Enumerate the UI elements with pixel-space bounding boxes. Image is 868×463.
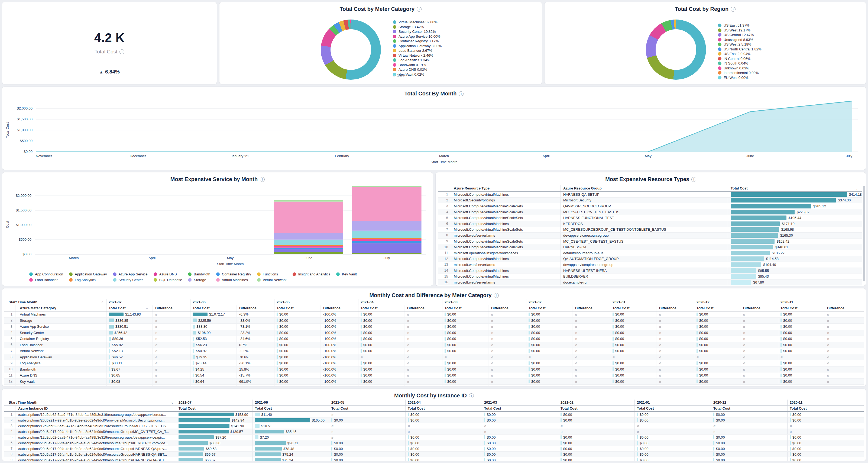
legend-item[interactable]: Bandwidth 0.19%: [393, 63, 442, 67]
legend-item[interactable]: US North Central 1.82%: [718, 47, 761, 52]
table-row[interactable]: 5Container Registry$80.36ø$52.53-34.6%$0…: [4, 336, 864, 342]
column-header-difference[interactable]: Difference: [404, 305, 442, 311]
legend-item[interactable]: US West 2 5.18%: [718, 42, 761, 47]
legend-item[interactable]: Security Center 10.82%: [393, 30, 442, 34]
region-donut[interactable]: [646, 20, 706, 80]
table-row[interactable]: 9Log Analytics$33.11ø$23.14-30.1%$0.00-1…: [4, 360, 864, 367]
legend-item[interactable]: Virtual Machines: [216, 278, 251, 282]
table-row[interactable]: 13App Configuration$0.00ø$0.00ø$0.00ø$0.…: [4, 385, 864, 386]
column-header-total-cost[interactable]: Total Cost: [526, 305, 572, 311]
meter-category-donut[interactable]: [321, 20, 381, 80]
month-header[interactable]: 2021-03: [482, 400, 558, 405]
legend-item[interactable]: Azure DNS 0.03%: [393, 67, 442, 72]
month-header[interactable]: 2021-04: [358, 299, 442, 305]
legend-item[interactable]: Azure DNS: [154, 272, 182, 277]
table-row[interactable]: 6Load Balancer$55.82ø$56.230.7%$0.00-100…: [4, 342, 864, 348]
table-row[interactable]: 1Virtual Machines$1,143.93ø$1,072.17-6.3…: [4, 312, 864, 318]
column-header-total-cost[interactable]: Total Cost: [405, 406, 482, 411]
legend-item[interactable]: Load Balancer 2.67%: [393, 49, 442, 53]
legend-item[interactable]: IN South 0.04%: [718, 61, 761, 66]
table-row[interactable]: 8/subscriptions/20d6a917-99fa-4b1b-9b2e-…: [4, 452, 864, 457]
column-header-difference[interactable]: Difference: [320, 305, 358, 311]
legend-item[interactable]: IN Central 0.06%: [718, 57, 761, 61]
table-row[interactable]: 7/subscriptions/20d6a917-99fa-4b1b-9b2e-…: [4, 446, 864, 452]
legend-item[interactable]: Application Gateway: [69, 272, 107, 277]
month-header[interactable]: 2020-11: [778, 299, 862, 305]
legend-item[interactable]: Log Analytics: [69, 278, 107, 282]
page-up-icon[interactable]: ▲: [393, 74, 396, 77]
month-header[interactable]: 2021-06: [190, 299, 274, 305]
legend-item[interactable]: US East 51.37%: [718, 23, 761, 28]
info-icon[interactable]: i: [459, 91, 464, 96]
column-header-total-cost[interactable]: Total Cost: [634, 406, 711, 411]
table-row[interactable]: 3Microsoft.Compute/virtualMachineScaleSe…: [438, 203, 862, 209]
legend-item[interactable]: Application Gateway 3.00%: [393, 44, 442, 48]
info-icon[interactable]: i: [120, 49, 124, 54]
table-row[interactable]: 4/subscriptions/20d6a917-99fa-4b1b-9b2e-…: [4, 429, 864, 435]
table-row[interactable]: 2/subscriptions/20d6a917-99fa-4b1b-9b2e-…: [4, 417, 864, 423]
column-header-total-cost[interactable]: Total Cost⌄: [106, 305, 152, 311]
sort-icon[interactable]: ⌄: [855, 186, 858, 190]
table-row[interactable]: 4Security Center$256.42ø$196.90-23.2%$0.…: [4, 330, 864, 336]
table-row[interactable]: 5Microsoft.Compute/virtualMachineScaleSe…: [438, 215, 862, 221]
info-icon[interactable]: i: [469, 393, 474, 398]
legend-item[interactable]: Log Analytics 1.34%: [393, 58, 442, 62]
legend-item[interactable]: US East 2 0.94%: [718, 52, 761, 56]
table-row[interactable]: 15Microsoft.Compute/virtualMachinesBUILD…: [438, 273, 862, 280]
month-header[interactable]: 2021-07: [176, 400, 252, 405]
legend-item[interactable]: EU West 0.00%: [718, 76, 761, 80]
table-row[interactable]: 7Microsoft.Compute/virtualMachineScaleSe…: [438, 227, 862, 233]
legend-item[interactable]: Unassigned 8.93%: [718, 38, 761, 42]
column-header-difference[interactable]: Difference: [236, 305, 274, 311]
month-header[interactable]: 2021-01: [610, 299, 694, 305]
table-row[interactable]: 8microsoft.web/serverfarmsdevappservicer…: [438, 233, 862, 238]
legend-item[interactable]: US West 19.17%: [718, 28, 761, 32]
table-row[interactable]: 9Microsoft.Compute/virtualMachineScaleSe…: [438, 238, 862, 244]
legend-item[interactable]: Key Vault: [336, 272, 357, 277]
scrollbar-thumb[interactable]: [863, 186, 865, 281]
column-header-resource-group[interactable]: Azure Resource Group: [560, 185, 728, 192]
column-header-difference[interactable]: Difference: [488, 305, 526, 311]
table-row[interactable]: 11Azure DNS$0.65ø$0.54-15.7%$0.00-100.0%…: [4, 373, 864, 379]
column-header-total-cost[interactable]: Total Cost: [358, 305, 404, 311]
legend-item[interactable]: Bandwidth: [188, 272, 210, 277]
table-row[interactable]: 13microsoft.web/serverfarmsdevappservice…: [438, 262, 862, 268]
legend-item[interactable]: Load Balancer: [29, 278, 63, 282]
column-header-total-cost[interactable]: Total Cost: [711, 406, 787, 411]
table-row[interactable]: 10Microsoft.Compute/virtualMachineScaleS…: [438, 244, 862, 250]
column-header-total-cost[interactable]: Total Cost: [558, 406, 634, 411]
column-header-total-cost[interactable]: Total Cost: [778, 305, 824, 311]
legend-item[interactable]: Storage 13.42%: [393, 25, 442, 29]
month-header[interactable]: 2021-02: [558, 400, 634, 405]
month-header[interactable]: 2021-03: [442, 299, 526, 305]
month-header[interactable]: 2021-05: [329, 400, 405, 405]
legend-item[interactable]: Intercontinental 0.00%: [718, 71, 761, 75]
column-header-total-cost[interactable]: Total Cost: [274, 305, 320, 311]
column-header-total-cost[interactable]: Total Cost: [610, 305, 656, 311]
table-row[interactable]: 7Virtual Network$52.13ø$50.97-2.2%$0.00-…: [4, 348, 864, 354]
info-icon[interactable]: i: [691, 177, 696, 182]
info-icon[interactable]: i: [731, 7, 736, 12]
sort-icon[interactable]: ⌄: [146, 306, 149, 310]
table-row[interactable]: 6/subscriptions/20d6a917-99fa-4b1b-9b2e-…: [4, 440, 864, 446]
table-row[interactable]: 3Azure App Service$330.51ø$88.80-73.1%$0…: [4, 324, 864, 330]
table-row[interactable]: 14Microsoft.Compute/virtualMachinesHARNE…: [438, 268, 862, 274]
table-row[interactable]: 10Bandwidth$3.67ø$4.2515.8%$0.00-100.0%$…: [4, 367, 864, 373]
legend-item[interactable]: Virtual Machines 52.88%: [393, 20, 442, 24]
table-row[interactable]: 1Microsoft.Compute/virtualMachinesHARNES…: [438, 192, 862, 198]
column-header-total-cost[interactable]: Total Cost: [329, 406, 405, 411]
column-header-total-cost[interactable]: Total Cost: [694, 305, 740, 311]
month-header[interactable]: 2021-01: [634, 400, 711, 405]
legend-item[interactable]: Container Registry 3.17%: [393, 39, 442, 44]
table-row[interactable]: 12Key Vault$0.08ø$0.64691.0%$0.00-100.0%…: [4, 379, 864, 385]
table-row[interactable]: 5/subscriptions/12d2db62-5aa9-471d-84bb-…: [4, 435, 864, 440]
column-header-difference[interactable]: Difference: [572, 305, 610, 311]
table-row[interactable]: 11microsoft.operationalinsights/workspac…: [438, 250, 862, 256]
column-header-difference[interactable]: Difference: [824, 305, 862, 311]
month-header[interactable]: 2020-12: [711, 400, 787, 405]
info-icon[interactable]: i: [417, 7, 422, 12]
table-row[interactable]: 12Microsoft.Compute/virtualMachinesQA-AU…: [438, 256, 862, 262]
column-header-difference[interactable]: Difference: [740, 305, 778, 311]
table-row[interactable]: 2Microsoft.Security/pricingsMicrosoft.Se…: [438, 198, 862, 204]
month-header[interactable]: 2021-02: [526, 299, 610, 305]
